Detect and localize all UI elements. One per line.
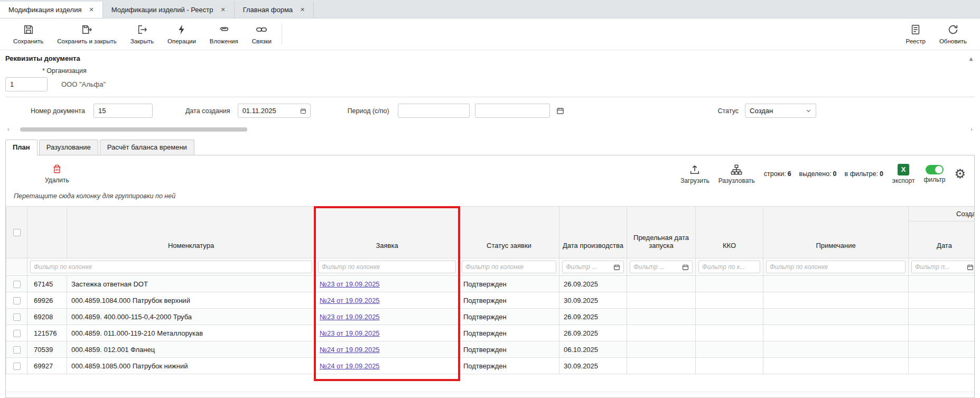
doc-number-field[interactable] xyxy=(94,104,153,118)
calendar-icon[interactable] xyxy=(613,264,620,271)
col-header-nomenclature[interactable]: Номенклатура xyxy=(67,207,315,258)
table-row[interactable]: 69208 000.4859. 400.000-115-0,4-2000 Тру… xyxy=(6,309,975,325)
row-checkbox[interactable] xyxy=(13,297,21,304)
col-header-production-date[interactable]: Дата производства xyxy=(559,207,627,258)
grid-toolbar: Удалить Загрузить Разузловать строки:6 xyxy=(6,155,974,192)
scroll-right-icon[interactable]: › xyxy=(970,126,973,132)
request-link[interactable]: №24 от 19.09.2025 xyxy=(320,346,380,354)
request-link[interactable]: №24 от 19.09.2025 xyxy=(320,362,380,370)
organization-row: ООО "Альфа" xyxy=(5,77,975,97)
calendar-icon[interactable] xyxy=(300,107,306,115)
filter-nomenclature-input[interactable] xyxy=(34,263,309,271)
close-button[interactable]: Закрыть xyxy=(124,18,161,50)
select-all-checkbox[interactable] xyxy=(13,229,21,236)
created-date-field[interactable] xyxy=(238,104,311,118)
status-label: Статус xyxy=(717,107,739,115)
organization-label: * Организация xyxy=(42,64,975,77)
save-and-close-button[interactable]: Сохранить и закрыть xyxy=(50,18,124,50)
save-close-icon xyxy=(81,24,92,35)
operations-button[interactable]: Операции xyxy=(161,18,203,50)
upload-icon xyxy=(689,164,701,175)
export-button[interactable]: X экспорт xyxy=(892,164,915,184)
table-row[interactable]: 121576 000.4859. 011.000-119-210 Металло… xyxy=(6,325,975,341)
save-button[interactable]: Сохранить xyxy=(6,18,50,50)
exit-door-icon xyxy=(136,24,148,35)
filter-request-status-input[interactable] xyxy=(465,263,553,271)
tab-explosion[interactable]: Разузлование xyxy=(39,140,98,155)
period-to-field[interactable] xyxy=(475,104,550,118)
cell-request-status: Подтвержден xyxy=(459,325,559,341)
calendar-icon[interactable] xyxy=(682,264,689,271)
window-tab-bar: Модификация изделия ✕ Модификации издели… xyxy=(0,0,980,18)
table-row[interactable]: 70539 000.4859. 012.001 Фланец №24 от 19… xyxy=(6,341,975,358)
filter-deadline-input[interactable] xyxy=(633,263,679,271)
cell-id: 69927 xyxy=(27,358,67,374)
gear-icon[interactable]: ⚙ xyxy=(954,168,966,180)
window-tab-registry[interactable]: Модификации изделий - Реестр ✕ xyxy=(103,2,235,18)
col-group-created[interactable]: Созда xyxy=(909,207,975,221)
delete-button[interactable]: Удалить xyxy=(45,164,69,184)
row-checkbox[interactable] xyxy=(13,313,21,321)
links-button[interactable]: Связки xyxy=(245,18,278,50)
scroll-left-icon[interactable]: ‹ xyxy=(7,126,10,132)
created-date-input[interactable] xyxy=(242,107,297,115)
filter-production-date-input[interactable] xyxy=(566,263,611,271)
window-tab-main-form[interactable]: Главная форма ✕ xyxy=(235,2,314,18)
close-icon[interactable]: ✕ xyxy=(89,7,94,13)
window-tab-label: Главная форма xyxy=(243,6,293,14)
col-header-deadline[interactable]: Предельная дата запуска xyxy=(627,207,696,258)
col-header-request-status[interactable]: Статус заявки xyxy=(459,207,559,258)
col-header-kko[interactable]: ККО xyxy=(696,207,763,258)
toolbar-divider xyxy=(282,24,282,45)
scrollbar-thumb[interactable] xyxy=(20,127,247,132)
toggle-on-icon[interactable] xyxy=(926,165,944,174)
attachments-button[interactable]: Вложения xyxy=(203,18,245,50)
filter-created-date-input[interactable] xyxy=(915,263,964,271)
registry-button[interactable]: Реестр xyxy=(899,24,932,44)
filter-kko-input[interactable] xyxy=(702,263,757,271)
main-toolbar: Сохранить Сохранить и закрыть Закрыть Оп… xyxy=(0,18,980,50)
close-icon[interactable]: ✕ xyxy=(300,7,305,13)
col-header-note[interactable]: Примечание xyxy=(763,207,909,258)
organization-id-field[interactable] xyxy=(5,77,48,91)
table-row[interactable]: 69926 000.4859.1084.000 Патрубок верхний… xyxy=(6,292,975,309)
cell-request-status: Подтвержден xyxy=(459,309,559,325)
cell-nomenclature: Застежка ответная DOT xyxy=(67,276,315,292)
cell-production-date: 06.10.2025 xyxy=(559,341,627,358)
horizontal-scrollbar[interactable]: ‹ › xyxy=(5,125,975,133)
request-link[interactable]: №23 от 19.09.2025 xyxy=(320,329,380,337)
filter-request-input[interactable] xyxy=(322,263,452,271)
table-row[interactable]: 69927 000.4859.1085.000 Патрубок нижний … xyxy=(6,358,975,374)
request-link[interactable]: №23 от 19.09.2025 xyxy=(320,280,380,288)
row-checkbox[interactable] xyxy=(13,346,21,354)
tab-plan[interactable]: План xyxy=(5,140,38,155)
filter-note-input[interactable] xyxy=(770,263,902,271)
request-link[interactable]: №23 от 19.09.2025 xyxy=(320,313,380,321)
col-header-id[interactable] xyxy=(27,207,67,258)
explode-button[interactable]: Разузловать xyxy=(718,164,755,184)
cell-production-date: 30.09.2025 xyxy=(559,358,627,374)
calendar-icon[interactable] xyxy=(967,264,974,271)
collapse-arrow-icon[interactable]: ▴ xyxy=(969,55,973,62)
document-fields-row: Номер документа Дата создания Период (с/… xyxy=(5,97,975,124)
table-row[interactable]: 67145 Застежка ответная DOT №23 от 19.09… xyxy=(6,276,975,292)
request-link[interactable]: №24 от 19.09.2025 xyxy=(320,297,380,304)
window-tab-modification[interactable]: Модификация изделия ✕ xyxy=(0,2,103,18)
load-button[interactable]: Загрузить xyxy=(680,164,710,184)
col-header-request[interactable]: Заявка xyxy=(315,207,459,258)
col-header-created-date[interactable]: Дата xyxy=(909,221,975,258)
calendar-icon[interactable] xyxy=(556,107,564,115)
cell-nomenclature: 000.4859. 012.001 Фланец xyxy=(67,341,315,358)
plan-table: Номенклатура Заявка Статус заявки Дата п… xyxy=(6,206,975,374)
trash-icon xyxy=(52,164,62,174)
status-select[interactable]: Создан xyxy=(745,104,816,118)
group-by-hint[interactable]: Перетащите сюда колонку для группировки … xyxy=(6,192,974,206)
filter-toggle[interactable]: фильтр xyxy=(923,165,945,183)
row-checkbox[interactable] xyxy=(13,330,21,337)
period-from-field[interactable] xyxy=(398,104,470,118)
close-icon[interactable]: ✕ xyxy=(220,7,225,13)
tab-time-balance[interactable]: Расчёт баланса времени xyxy=(100,140,194,155)
row-checkbox[interactable] xyxy=(13,281,21,288)
refresh-button[interactable]: Обновить xyxy=(932,24,974,44)
row-checkbox[interactable] xyxy=(13,363,21,370)
